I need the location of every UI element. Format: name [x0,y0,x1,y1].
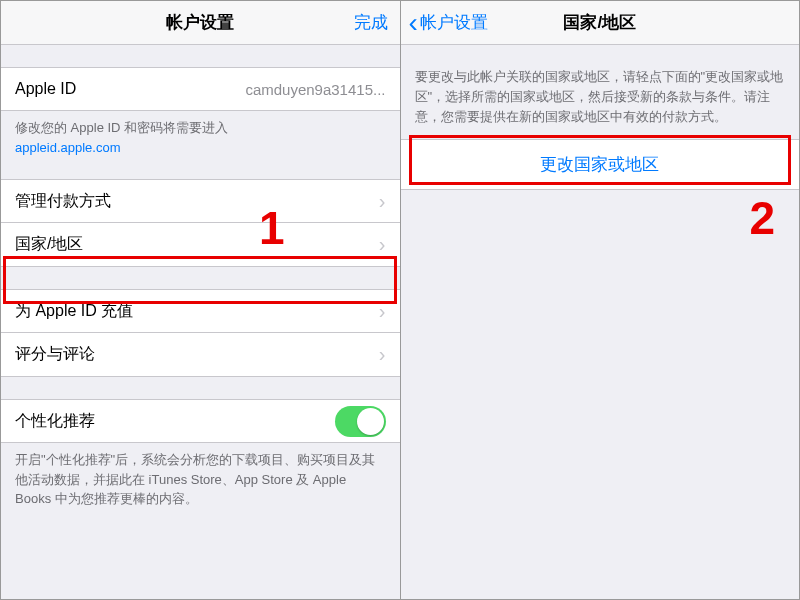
done-button[interactable]: 完成 [354,11,388,34]
ratings-reviews-row[interactable]: 评分与评论 › [1,333,400,377]
chevron-left-icon: ‹ [409,9,418,37]
chevron-right-icon: › [379,233,386,256]
manage-payment-row[interactable]: 管理付款方式 › [1,179,400,223]
navbar: 帐户设置 完成 [1,1,400,45]
chevron-right-icon: › [379,343,386,366]
payment-group: 管理付款方式 › 国家/地区 › [1,179,400,267]
personalized-note: 开启"个性化推荐"后，系统会分析您的下载项目、购买项目及其他活动数据，并据此在 … [1,443,400,509]
screen-account-settings: 帐户设置 完成 Apple ID camduyen9a31415... 修改您的… [1,1,401,599]
appleid-link[interactable]: appleid.apple.com [15,140,121,155]
nav-title: 国家/地区 [563,11,636,34]
apple-id-value: camduyen9a31415... [245,81,385,98]
personalized-toggle[interactable] [335,406,386,437]
back-label: 帐户设置 [420,11,488,34]
appleid-note: 修改您的 Apple ID 和密码将需要进入 appleid.apple.com [1,111,400,157]
change-country-button[interactable]: 更改国家或地区 [401,139,800,190]
screens-container: 帐户设置 完成 Apple ID camduyen9a31415... 修改您的… [0,0,800,600]
chevron-right-icon: › [379,190,386,213]
appleid-group: Apple ID camduyen9a31415... 修改您的 Apple I… [1,67,400,157]
appleid-note-text: 修改您的 Apple ID 和密码将需要进入 [15,120,228,135]
personalized-group: 个性化推荐 开启"个性化推荐"后，系统会分析您的下载项目、购买项目及其他活动数据… [1,399,400,509]
manage-payment-label: 管理付款方式 [15,191,111,212]
apple-id-label: Apple ID [15,80,76,98]
country-description: 要更改与此帐户关联的国家或地区，请轻点下面的"更改国家或地区"，选择所需的国家或… [401,57,800,135]
add-funds-row[interactable]: 为 Apple ID 充值 › [1,289,400,333]
personalized-label: 个性化推荐 [15,411,95,432]
personalized-row: 个性化推荐 [1,399,400,443]
ratings-reviews-label: 评分与评论 [15,344,95,365]
navbar: ‹ 帐户设置 国家/地区 [401,1,800,45]
back-button[interactable]: ‹ 帐户设置 [409,9,488,37]
screen-country-region: ‹ 帐户设置 国家/地区 要更改与此帐户关联的国家或地区，请轻点下面的"更改国家… [401,1,800,599]
funds-group: 为 Apple ID 充值 › 评分与评论 › [1,289,400,377]
annotation-step-2: 2 [749,191,775,245]
add-funds-label: 为 Apple ID 充值 [15,301,133,322]
nav-title: 帐户设置 [166,11,234,34]
country-region-label: 国家/地区 [15,234,83,255]
country-region-row[interactable]: 国家/地区 › [1,223,400,267]
apple-id-row[interactable]: Apple ID camduyen9a31415... [1,67,400,111]
chevron-right-icon: › [379,300,386,323]
